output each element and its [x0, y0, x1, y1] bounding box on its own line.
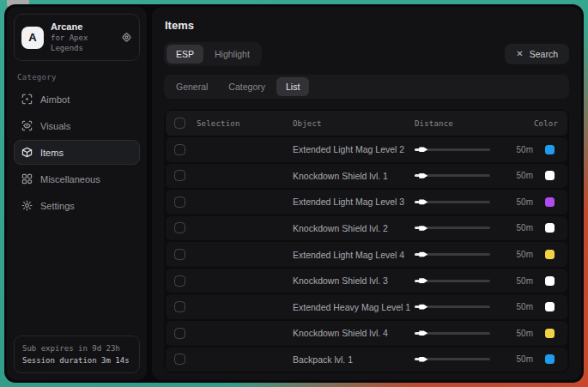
row-checkbox[interactable] — [174, 170, 185, 181]
object-name: Backpack lvl. 1 — [293, 354, 415, 365]
gear-icon — [21, 200, 33, 211]
row-checkbox[interactable] — [174, 249, 185, 260]
distance-slider[interactable] — [415, 280, 490, 282]
slider-thumb[interactable] — [419, 146, 427, 153]
color-swatch[interactable] — [545, 223, 555, 233]
row-checkbox[interactable] — [174, 301, 185, 312]
distance-slider[interactable] — [415, 201, 490, 203]
table-row: Knockdown Shield lvl. 1 50m — [166, 164, 567, 189]
color-swatch[interactable] — [545, 250, 555, 259]
row-checkbox[interactable] — [174, 197, 185, 208]
table-row: Backpack lvl. 1 50m — [166, 348, 567, 372]
table-row: Extended Light Mag Level 4 50m — [166, 242, 567, 267]
sidebar-item-aimbot[interactable]: Aimbot — [14, 87, 140, 112]
object-name: Extended Heavy Mag Level 1 — [293, 302, 415, 312]
color-swatch[interactable] — [545, 197, 555, 207]
category-label: Category — [17, 73, 136, 82]
table-row: Knockdown Shield lvl. 2 50m — [166, 216, 567, 241]
tab-label: Category — [228, 82, 265, 92]
slider-thumb[interactable] — [419, 251, 427, 258]
distance-value: 50m — [500, 250, 536, 259]
object-name: Extended Light Mag Level 2 — [293, 144, 415, 154]
distance-slider[interactable] — [415, 227, 490, 229]
items-table: Selection Object Distance Color Extended… — [164, 109, 569, 373]
sidebar-item-label: Miscellaneous — [40, 174, 100, 184]
toolbar: ESP Highlight ✕ Search — [164, 42, 569, 66]
distance-slider[interactable] — [415, 253, 490, 256]
slider-thumb[interactable] — [419, 172, 427, 179]
tab-esp[interactable]: ESP — [167, 45, 203, 63]
color-swatch[interactable] — [545, 354, 555, 364]
tab-general[interactable]: General — [167, 77, 217, 96]
search-button[interactable]: ✕ Search — [505, 44, 569, 64]
sidebar-item-settings[interactable]: Settings — [14, 193, 140, 218]
slider-thumb[interactable] — [419, 225, 427, 232]
table-row: Knockdown Shield lvl. 3 50m — [166, 269, 567, 293]
object-name: Knockdown Shield lvl. 3 — [293, 275, 415, 286]
row-checkbox[interactable] — [174, 222, 185, 233]
tab-highlight[interactable]: Highlight — [205, 45, 259, 63]
color-swatch[interactable] — [545, 171, 555, 180]
app-title: Arcane — [51, 21, 114, 33]
distance-slider[interactable] — [415, 305, 490, 308]
distance-slider[interactable] — [415, 332, 490, 335]
mode-tabs: ESP Highlight — [164, 42, 262, 66]
arcane-window: A Arcane for Apex Legends Category Aimbo… — [4, 4, 584, 383]
sidebar-item-miscellaneous[interactable]: Miscellaneous — [14, 166, 140, 191]
sidebar: A Arcane for Apex Legends Category Aimbo… — [7, 7, 147, 380]
slider-thumb[interactable] — [419, 277, 427, 284]
sidebar-item-label: Items — [40, 148, 64, 158]
app-header: A Arcane for Apex Legends — [14, 14, 140, 61]
row-checkbox[interactable] — [174, 275, 185, 287]
row-checkbox[interactable] — [174, 144, 185, 155]
sidebar-nav: Aimbot Visuals Items Miscellaneous Setti… — [14, 87, 140, 218]
table-row: Extended Heavy Mag Level 1 50m — [166, 294, 567, 319]
column-header-distance: Distance — [415, 119, 500, 128]
column-header-selection: Selection — [197, 119, 293, 128]
tab-label: Highlight — [215, 49, 250, 59]
sidebar-item-items[interactable]: Items — [14, 140, 140, 165]
column-header-color: Color — [500, 119, 562, 128]
object-name: Extended Light Mag Level 3 — [293, 197, 415, 207]
page-title: Items — [165, 19, 569, 32]
sidebar-item-visuals[interactable]: Visuals — [14, 113, 140, 138]
distance-value: 50m — [500, 197, 536, 207]
color-swatch[interactable] — [545, 329, 555, 338]
grid-icon — [21, 173, 33, 184]
distance-value: 50m — [500, 302, 536, 311]
subscription-info: Sub expires in 9d 23h Session duration 3… — [14, 336, 140, 373]
x-icon: ✕ — [516, 50, 523, 58]
slider-thumb[interactable] — [419, 356, 427, 363]
view-tabs: General Category List — [164, 75, 569, 99]
eye-icon — [21, 120, 33, 131]
distance-value: 50m — [500, 171, 536, 180]
slider-thumb[interactable] — [419, 330, 427, 336]
slider-thumb[interactable] — [419, 198, 427, 205]
table-header-row: Selection Object Distance Color — [166, 111, 567, 136]
distance-slider[interactable] — [415, 358, 490, 360]
sub-expiry-text: Sub expires in 9d 23h — [22, 342, 131, 354]
object-name: Knockdown Shield lvl. 1 — [293, 171, 415, 181]
pin-icon[interactable] — [121, 32, 132, 43]
tab-label: General — [176, 82, 208, 92]
table-row: Extended Light Mag Level 2 50m — [166, 137, 567, 162]
distance-value: 50m — [500, 223, 536, 233]
sidebar-item-label: Aimbot — [40, 94, 70, 105]
sidebar-item-label: Visuals — [40, 121, 70, 131]
crosshair-icon — [21, 94, 33, 105]
tab-label: List — [286, 82, 300, 92]
color-swatch[interactable] — [545, 302, 555, 311]
color-swatch[interactable] — [545, 145, 555, 154]
distance-slider[interactable] — [415, 148, 490, 151]
row-checkbox[interactable] — [174, 354, 185, 365]
slider-thumb[interactable] — [419, 304, 427, 311]
color-swatch[interactable] — [545, 276, 555, 286]
object-name: Extended Light Mag Level 4 — [293, 250, 415, 260]
column-header-object: Object — [293, 119, 415, 128]
row-checkbox[interactable] — [174, 328, 185, 339]
object-name: Knockdown Shield lvl. 4 — [293, 328, 415, 338]
distance-slider[interactable] — [415, 174, 490, 177]
tab-list[interactable]: List — [276, 77, 309, 96]
tab-category[interactable]: Category — [219, 77, 275, 96]
select-all-checkbox[interactable] — [174, 118, 185, 129]
